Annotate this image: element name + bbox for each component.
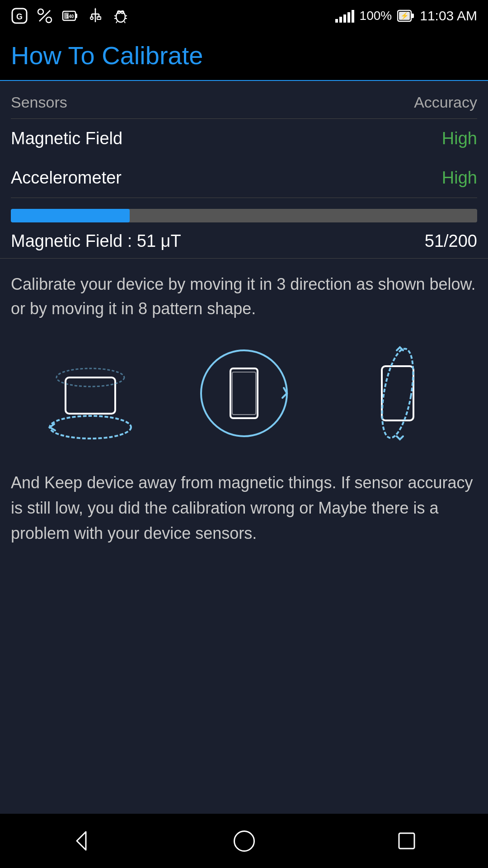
svg-text:⚡: ⚡ bbox=[400, 12, 409, 20]
svg-point-30 bbox=[50, 416, 131, 439]
accelerometer-label: Accelerometer bbox=[11, 168, 122, 188]
app-icon: G bbox=[11, 7, 28, 24]
sensors-header: Sensors Accuracy bbox=[11, 81, 477, 119]
svg-rect-26 bbox=[411, 14, 414, 18]
magnetic-field-label: Magnetic Field bbox=[11, 129, 122, 148]
progress-bar-fill bbox=[11, 209, 130, 222]
back-button[interactable] bbox=[63, 823, 99, 859]
svg-rect-39 bbox=[399, 833, 414, 849]
bottom-text: And Keep device away from magnetic thing… bbox=[11, 470, 477, 546]
svg-marker-37 bbox=[77, 832, 86, 850]
svg-point-32 bbox=[201, 350, 287, 436]
sensor-row-accelerometer: Accelerometer High bbox=[11, 158, 477, 198]
battery-low-icon: 140 bbox=[61, 7, 79, 24]
recent-apps-button[interactable] bbox=[389, 823, 425, 859]
svg-line-23 bbox=[116, 21, 117, 23]
progress-container bbox=[0, 198, 488, 222]
svg-point-2 bbox=[38, 9, 43, 14]
svg-point-3 bbox=[46, 17, 52, 23]
side-spin-icon bbox=[343, 339, 452, 448]
page-title: How To Calibrate bbox=[11, 41, 477, 70]
status-icons-left: G 140 bbox=[11, 7, 129, 24]
sensors-table: Sensors Accuracy Magnetic Field High Acc… bbox=[0, 81, 488, 198]
accuracy-col-header: Accuracy bbox=[414, 94, 477, 111]
usb-icon bbox=[87, 7, 104, 24]
svg-rect-6 bbox=[75, 14, 77, 18]
field-info: Magnetic Field : 51 μT 51/200 bbox=[0, 222, 488, 259]
accelerometer-accuracy: High bbox=[442, 168, 477, 188]
sensors-col-header: Sensors bbox=[11, 94, 67, 111]
time: 11:03 AM bbox=[420, 8, 477, 24]
status-bar: G 140 bbox=[0, 0, 488, 32]
svg-rect-33 bbox=[230, 368, 258, 418]
home-button[interactable] bbox=[226, 823, 262, 859]
svg-point-36 bbox=[376, 346, 419, 440]
status-icons-right: 100% ⚡ 11:03 AM bbox=[335, 7, 477, 24]
svg-line-24 bbox=[124, 21, 125, 23]
svg-text:G: G bbox=[16, 12, 23, 21]
svg-rect-34 bbox=[232, 372, 256, 415]
svg-text:140: 140 bbox=[66, 14, 74, 19]
calibration-text: Calibrate your device by moving it in 3 … bbox=[11, 272, 477, 321]
main-content: Sensors Accuracy Magnetic Field High Acc… bbox=[0, 81, 488, 814]
svg-point-14 bbox=[90, 17, 93, 19]
signal-icon bbox=[335, 9, 354, 23]
nav-bar bbox=[0, 814, 488, 868]
svg-rect-29 bbox=[66, 377, 115, 414]
battery-percent: 100% bbox=[360, 9, 392, 23]
svg-line-4 bbox=[39, 10, 50, 21]
sensor-row-magnetic: Magnetic Field High bbox=[11, 119, 477, 158]
field-label: Magnetic Field : 51 μT bbox=[11, 231, 181, 251]
magnetic-field-accuracy: High bbox=[442, 129, 477, 148]
field-value: 51/200 bbox=[425, 231, 477, 251]
debug-icon bbox=[112, 7, 129, 24]
flat-spin-icon bbox=[36, 339, 145, 448]
svg-rect-13 bbox=[97, 17, 101, 19]
progress-bar-background bbox=[11, 209, 477, 222]
svg-point-38 bbox=[234, 831, 254, 851]
percent-icon bbox=[36, 7, 53, 24]
svg-marker-15 bbox=[94, 8, 96, 9]
calibration-instructions: Calibrate your device by moving it in 3 … bbox=[0, 259, 488, 330]
battery-charging-icon: ⚡ bbox=[397, 7, 414, 24]
rotation-icons bbox=[0, 330, 488, 461]
svg-rect-35 bbox=[382, 366, 413, 420]
title-bar: How To Calibrate bbox=[0, 32, 488, 81]
bottom-instructions: And Keep device away from magnetic thing… bbox=[0, 461, 488, 559]
circle-spin-icon bbox=[190, 339, 298, 448]
